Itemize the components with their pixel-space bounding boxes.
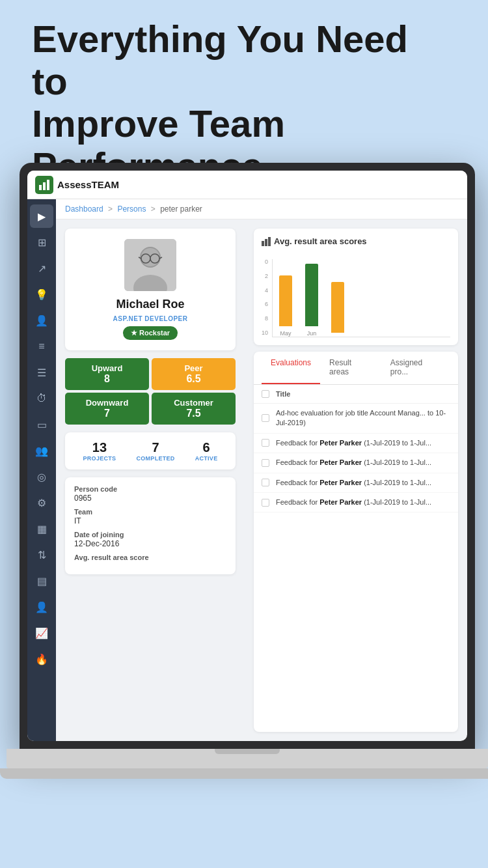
laptop-body: AssessTEAM ▶ ⊞ ↗ 💡 👤 ≡ ☰ ⏱ ▭ [20, 163, 475, 749]
svg-rect-14 [268, 237, 271, 246]
row-text-5: Feedback for Peter Parker (1-Jul-2019 to… [276, 497, 431, 507]
score-customer: Customer 7.5 [152, 393, 236, 425]
svg-rect-2 [47, 180, 49, 190]
rockstar-badge: ★ Rockstar [123, 326, 178, 340]
eval-table: Title Ad-hoc evaluation for job title Ac… [254, 385, 458, 732]
sidebar-item-bulb[interactable]: 💡 [30, 283, 53, 306]
laptop-hinge [215, 749, 280, 754]
breadcrumb-dashboard[interactable]: Dashboard [65, 204, 103, 214]
app-header: AssessTEAM [27, 171, 467, 199]
score-peer: Peer 6.5 [152, 358, 236, 390]
chart-icon [262, 237, 271, 246]
bar-jun-green [305, 264, 318, 326]
bar-group-jun: Jun [305, 264, 318, 337]
content-area: Dashboard > Persons > peter parker [56, 199, 467, 741]
laptop-mockup: AssessTEAM ▶ ⊞ ↗ 💡 👤 ≡ ☰ ⏱ ▭ [20, 163, 475, 847]
table-header: Title [254, 385, 458, 404]
tab-result-areas[interactable]: Result areas [320, 352, 381, 384]
table-row[interactable]: Ad-hoc evaluation for job title Account … [254, 404, 458, 434]
breadcrumb: Dashboard > Persons > peter parker [56, 199, 467, 219]
profile-role: ASP.NET DEVELOPER [113, 315, 187, 322]
sidebar-item-rows[interactable]: ▤ [30, 569, 53, 593]
row-checkbox-4[interactable] [262, 479, 269, 486]
tab-assigned-pro[interactable]: Assigned pro... [381, 352, 450, 384]
app-body: ▶ ⊞ ↗ 💡 👤 ≡ ☰ ⏱ ▭ 👥 ◎ ⚙ ▦ ⇅ ▤ [27, 199, 467, 741]
sidebar-item-chart[interactable]: ↗ [30, 257, 53, 280]
sidebar-item-table[interactable]: ▦ [30, 517, 53, 540]
sidebar-item-person[interactable]: 👤 [30, 309, 53, 332]
hero-line1: Everything You Need to [32, 18, 408, 102]
stat-active: 6 ACTIVE [195, 440, 218, 462]
score-upward: Upward 8 [65, 358, 149, 390]
chart-container: 10 8 6 4 2 0 [262, 253, 450, 337]
chart-section: Avg. result area scores 10 8 6 4 [254, 229, 458, 345]
app-logo: AssessTEAM [35, 176, 119, 194]
stat-projects: 13 PROJECTS [83, 440, 116, 462]
logo-icon [35, 176, 53, 194]
breadcrumb-persons[interactable]: Persons [117, 204, 146, 214]
sidebar-item-fire[interactable]: 🔥 [30, 647, 53, 671]
score-downward: Downward 7 [65, 393, 149, 425]
screen: AssessTEAM ▶ ⊞ ↗ 💡 👤 ≡ ☰ ⏱ ▭ [27, 171, 467, 741]
row-text-1: Ad-hoc evaluation for job title Account … [276, 408, 450, 428]
bar-group-partial [331, 282, 344, 337]
sidebar-item-menu[interactable]: ☰ [30, 361, 53, 384]
sidebar: ▶ ⊞ ↗ 💡 👤 ≡ ☰ ⏱ ▭ 👥 ◎ ⚙ ▦ ⇅ ▤ [27, 199, 56, 741]
profile-avatar [124, 239, 176, 291]
sidebar-item-people[interactable]: 👤 [30, 595, 53, 619]
sidebar-item-box[interactable]: ▭ [30, 413, 53, 436]
sidebar-item-grid[interactable]: ⊞ [30, 231, 53, 254]
sidebar-item-sort[interactable]: ⇅ [30, 543, 53, 567]
stats-row: 13 PROJECTS 7 COMPLETED 6 [65, 432, 236, 469]
table-row[interactable]: Feedback for Peter Parker (1-Jul-2019 to… [254, 493, 458, 512]
info-card: Person code 0965 Team IT Date of joining [65, 477, 236, 574]
info-avg-score: Avg. result area score [74, 553, 226, 561]
chart-title: Avg. result area scores [262, 236, 450, 246]
row-checkbox-2[interactable] [262, 439, 269, 447]
svg-rect-1 [43, 182, 46, 190]
profile-card: Michael Roe ASP.NET DEVELOPER ★ Rockstar [65, 229, 236, 350]
profile-name: Michael Roe [116, 298, 184, 311]
breadcrumb-person: peter parker [160, 204, 202, 214]
info-joining: Date of joining 12-Dec-2016 [74, 531, 226, 548]
tabs-header: Evaluations Result areas Assigned pro... [254, 352, 458, 385]
svg-rect-12 [262, 241, 264, 246]
sidebar-item-group[interactable]: 👥 [30, 439, 53, 462]
right-panel: Avg. result area scores 10 8 6 4 [245, 219, 467, 741]
header-checkbox[interactable] [262, 390, 269, 398]
row-checkbox-1[interactable] [262, 414, 269, 422]
table-row[interactable]: Feedback for Peter Parker (1-Jul-2019 to… [254, 453, 458, 473]
tab-evaluations[interactable]: Evaluations [262, 352, 320, 384]
hero-section: Everything You Need to Improve Team Perf… [32, 18, 422, 188]
app-name: AssessTEAM [57, 179, 119, 190]
svg-rect-0 [39, 185, 42, 190]
sidebar-item-gear[interactable]: ⚙ [30, 491, 53, 514]
sidebar-item-trend[interactable]: 📈 [30, 621, 53, 645]
bar-group-may: May [279, 275, 292, 337]
sidebar-item-list[interactable]: ≡ [30, 335, 53, 358]
bar-partial-orange [331, 282, 344, 333]
laptop-base [7, 749, 488, 768]
score-grid: Upward 8 Peer 6.5 Downward [65, 358, 236, 425]
row-checkbox-3[interactable] [262, 459, 269, 467]
sidebar-item-clock[interactable]: ⏱ [30, 387, 53, 410]
sidebar-item-circle[interactable]: ◎ [30, 465, 53, 488]
hero-title: Everything You Need to Improve Team Perf… [32, 18, 422, 188]
row-text-3: Feedback for Peter Parker (1-Jul-2019 to… [276, 458, 431, 468]
left-panel: Michael Roe ASP.NET DEVELOPER ★ Rockstar… [56, 219, 245, 741]
chart-bars-area: May Jun [272, 259, 450, 337]
hero-line2: Improve Team [32, 102, 285, 145]
sidebar-item-arrow[interactable]: ▶ [30, 204, 53, 228]
info-team: Team IT [74, 508, 226, 525]
info-person-code: Person code 0965 [74, 485, 226, 503]
screen-bezel: AssessTEAM ▶ ⊞ ↗ 💡 👤 ≡ ☰ ⏱ ▭ [27, 171, 467, 741]
bar-may-orange [279, 275, 292, 326]
row-checkbox-5[interactable] [262, 499, 269, 507]
tabs-section: Evaluations Result areas Assigned pro...… [254, 352, 458, 732]
table-row[interactable]: Feedback for Peter Parker (1-Jul-2019 to… [254, 434, 458, 453]
title-column: Title [276, 390, 290, 398]
svg-rect-13 [265, 239, 267, 246]
table-row[interactable]: Feedback for Peter Parker (1-Jul-2019 to… [254, 473, 458, 493]
row-text-4: Feedback for Peter Parker (1-Jul-2019 to… [276, 478, 431, 488]
stat-completed: 7 COMPLETED [136, 440, 174, 462]
